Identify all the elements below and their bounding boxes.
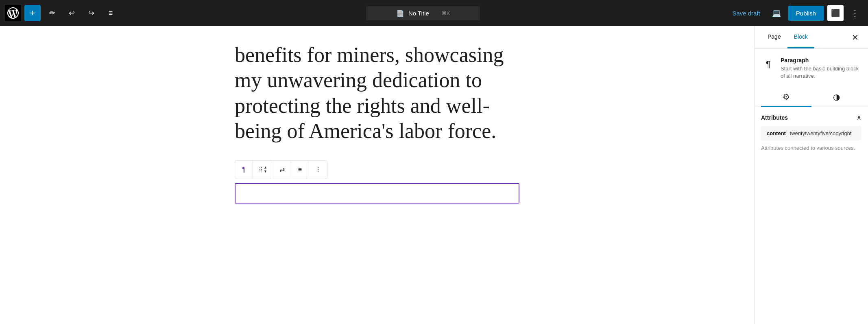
title-text: No Title	[408, 10, 429, 17]
title-search-button[interactable]: 📄 No Title ⌘K	[366, 6, 480, 20]
move-arrows: ▲ ▼	[264, 166, 267, 174]
attribute-value: twentytwentyfive/copyright	[790, 130, 852, 136]
block-type-button[interactable]: ¶	[235, 161, 253, 179]
publish-button[interactable]: Publish	[788, 6, 824, 21]
style-icon: ◑	[833, 92, 840, 102]
toolbar-right: Save draft 💻 Publish ⬛ ⋮	[727, 5, 863, 21]
subtab-style[interactable]: ◑	[811, 88, 862, 107]
edit-mode-button[interactable]: ✏	[44, 5, 60, 21]
tools-icon: ≡	[109, 9, 113, 18]
transform-button[interactable]: ⇄	[273, 161, 291, 179]
undo-icon: ↩	[69, 9, 75, 18]
block-toolbar-container: ¶ ⠿ ▲ ▼ ⇄ ≡	[235, 160, 519, 179]
attribute-content-row: content twentytwentyfive/copyright	[761, 126, 861, 140]
block-type-icon: ¶	[761, 57, 776, 72]
align-icon: ≡	[298, 166, 302, 173]
redo-icon: ↪	[88, 9, 94, 18]
tools-button[interactable]: ≡	[103, 5, 119, 21]
selected-block-input[interactable]	[235, 183, 519, 204]
add-icon: +	[30, 8, 35, 18]
attributes-label: Attributes	[761, 114, 788, 121]
sidebar-subtabs: ⚙ ◑	[755, 88, 868, 107]
paragraph-block-text: benefits for miners, showcasing my unwav…	[235, 42, 519, 144]
document-icon: 📄	[396, 9, 404, 17]
sidebar-icon: ⬛	[831, 9, 840, 18]
arrow-down-icon: ▼	[264, 170, 267, 174]
block-type-info-row: ¶ Paragraph Start with the basic buildin…	[761, 57, 861, 80]
editor-area: benefits for miners, showcasing my unwav…	[0, 26, 754, 324]
paragraph-sidebar-icon: ¶	[766, 59, 771, 70]
tab-block-label: Block	[794, 33, 808, 40]
block-type-details: Paragraph Start with the basic building …	[781, 57, 861, 80]
transform-icon: ⇄	[279, 166, 285, 173]
toolbar-center: 📄 No Title ⌘K	[122, 6, 724, 20]
tab-page-label: Page	[768, 33, 781, 40]
more-options-button[interactable]: ⋮	[847, 5, 863, 21]
undo-button[interactable]: ↩	[63, 5, 80, 21]
right-sidebar: Page Block ✕ ¶ Paragraph Start with the …	[754, 26, 868, 324]
attributes-chevron[interactable]: ∧	[857, 114, 861, 121]
save-draft-button[interactable]: Save draft	[727, 7, 765, 20]
block-more-options-button[interactable]: ⋮	[309, 161, 327, 179]
more-icon: ⋮	[851, 8, 859, 18]
save-draft-label: Save draft	[732, 10, 760, 17]
main-toolbar: + ✏ ↩ ↪ ≡ 📄 No Title ⌘K Save draft 💻 Pub…	[0, 0, 868, 26]
preview-icon: 💻	[772, 9, 781, 18]
drag-icon: ⠿	[259, 166, 263, 173]
block-toolbar: ¶ ⠿ ▲ ▼ ⇄ ≡	[235, 160, 327, 179]
editor-content: benefits for miners, showcasing my unwav…	[235, 42, 519, 204]
block-type-name: Paragraph	[781, 57, 861, 63]
sidebar-toggle-button[interactable]: ⬛	[827, 5, 844, 21]
add-block-button[interactable]: +	[24, 5, 41, 21]
close-icon: ✕	[852, 33, 859, 42]
wp-logo[interactable]	[5, 5, 21, 21]
sidebar-close-button[interactable]: ✕	[848, 31, 861, 44]
preview-button[interactable]: 💻	[768, 5, 785, 21]
drag-handle-button[interactable]: ⠿ ▲ ▼	[253, 161, 273, 179]
sidebar-body: ¶ Paragraph Start with the basic buildin…	[755, 49, 868, 324]
attributes-note: Attributes connected to various sources.	[761, 144, 861, 152]
attribute-key: content	[767, 130, 786, 136]
main-area: benefits for miners, showcasing my unwav…	[0, 26, 868, 324]
sidebar-tabs: Page Block	[761, 26, 814, 48]
publish-label: Publish	[796, 10, 816, 17]
block-type-description: Start with the basic building block of a…	[781, 65, 861, 80]
block-more-icon: ⋮	[315, 166, 321, 173]
cmd-hint: ⌘K	[441, 10, 450, 16]
gear-icon: ⚙	[783, 92, 790, 102]
sidebar-header: Page Block ✕	[755, 26, 868, 49]
subtab-settings[interactable]: ⚙	[761, 88, 811, 107]
tab-block[interactable]: Block	[787, 26, 814, 48]
pen-icon: ✏	[49, 9, 55, 18]
tab-page[interactable]: Page	[761, 26, 787, 48]
attributes-section: Attributes ∧ content twentytwentyfive/co…	[761, 114, 861, 152]
redo-button[interactable]: ↪	[83, 5, 99, 21]
align-button[interactable]: ≡	[291, 161, 309, 179]
paragraph-block-icon: ¶	[242, 166, 246, 173]
attributes-header: Attributes ∧	[761, 114, 861, 121]
